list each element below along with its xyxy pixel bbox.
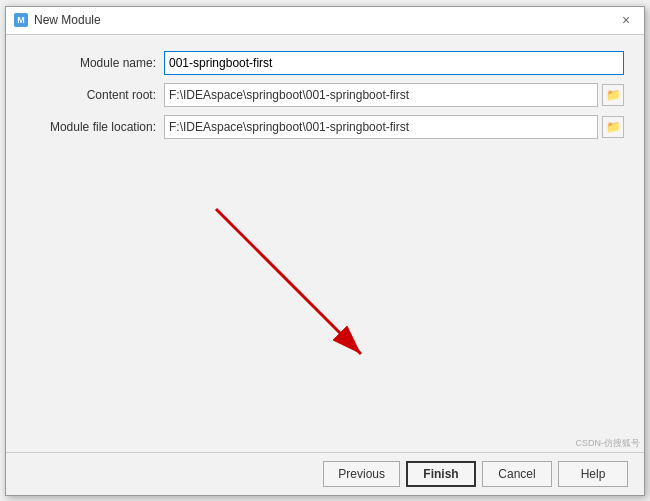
arrow-area [26,139,624,442]
finish-button[interactable]: Finish [406,461,476,487]
folder-icon-2: 📁 [606,120,621,134]
red-arrow [196,189,396,389]
title-bar-left: M New Module [14,13,101,27]
dialog-icon: M [14,13,28,27]
module-name-row: Module name: [26,51,624,75]
folder-icon: 📁 [606,88,621,102]
form-area: Module name: Content root: 📁 Module file… [26,51,624,139]
module-file-row: Module file location: 📁 [26,115,624,139]
watermark: CSDN-仿搜狐号 [576,437,641,450]
module-file-input-wrap: 📁 [164,115,624,139]
content-root-label: Content root: [26,88,156,102]
content-root-input[interactable] [164,83,598,107]
content-root-folder-button[interactable]: 📁 [602,84,624,106]
cancel-button[interactable]: Cancel [482,461,552,487]
svg-line-1 [216,209,361,354]
content-root-row: Content root: 📁 [26,83,624,107]
dialog-title: New Module [34,13,101,27]
dialog-footer: Previous Finish Cancel Help [6,452,644,495]
module-name-label: Module name: [26,56,156,70]
new-module-dialog: M New Module × Module name: Content root… [5,6,645,496]
module-name-input[interactable] [164,51,624,75]
close-button[interactable]: × [616,10,636,30]
module-file-label: Module file location: [26,120,156,134]
previous-button[interactable]: Previous [323,461,400,487]
help-button[interactable]: Help [558,461,628,487]
module-name-input-wrap [164,51,624,75]
content-root-input-wrap: 📁 [164,83,624,107]
module-file-input[interactable] [164,115,598,139]
dialog-content: Module name: Content root: 📁 Module file… [6,35,644,452]
title-bar: M New Module × [6,7,644,35]
module-file-folder-button[interactable]: 📁 [602,116,624,138]
